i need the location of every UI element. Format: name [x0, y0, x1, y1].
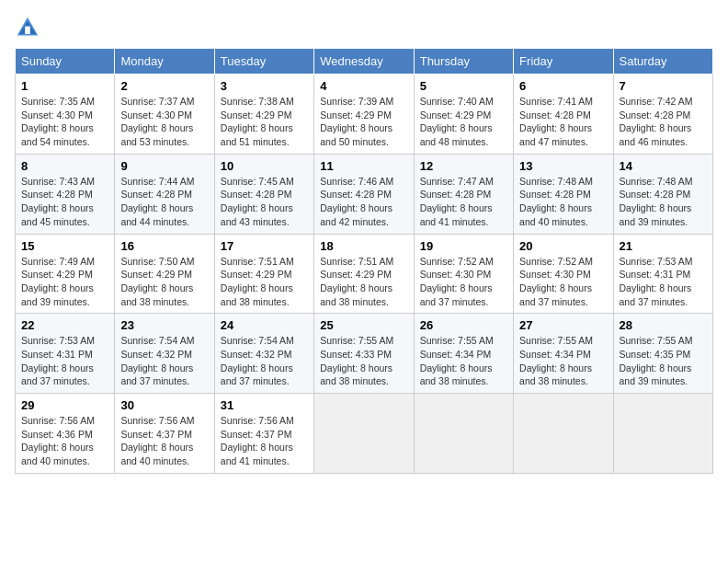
- day-info: Sunrise: 7:38 AMSunset: 4:29 PMDaylight:…: [221, 95, 308, 149]
- calendar-cell: 7Sunrise: 7:42 AMSunset: 4:28 PMDaylight…: [613, 75, 712, 155]
- calendar-cell: 22Sunrise: 7:53 AMSunset: 4:31 PMDayligh…: [16, 314, 115, 394]
- calendar-cell: 10Sunrise: 7:45 AMSunset: 4:28 PMDayligh…: [214, 154, 313, 234]
- calendar-cell: 28Sunrise: 7:55 AMSunset: 4:35 PMDayligh…: [613, 314, 712, 394]
- day-number: 5: [420, 79, 507, 93]
- day-number: 24: [221, 318, 308, 332]
- weekday-header: Monday: [115, 49, 214, 75]
- calendar-cell: 12Sunrise: 7:47 AMSunset: 4:28 PMDayligh…: [414, 154, 513, 234]
- day-number: 13: [519, 159, 607, 173]
- calendar-table: SundayMondayTuesdayWednesdayThursdayFrid…: [15, 48, 713, 474]
- calendar-cell: 6Sunrise: 7:41 AMSunset: 4:28 PMDaylight…: [514, 75, 613, 155]
- calendar-cell: 21Sunrise: 7:53 AMSunset: 4:31 PMDayligh…: [613, 234, 712, 314]
- day-info: Sunrise: 7:37 AMSunset: 4:30 PMDaylight:…: [120, 95, 208, 149]
- day-info: Sunrise: 7:52 AMSunset: 4:30 PMDaylight:…: [519, 255, 607, 309]
- day-number: 8: [21, 159, 108, 173]
- day-info: Sunrise: 7:53 AMSunset: 4:31 PMDaylight:…: [620, 255, 707, 309]
- day-info: Sunrise: 7:44 AMSunset: 4:28 PMDaylight:…: [120, 175, 208, 229]
- day-number: 10: [221, 159, 308, 173]
- day-info: Sunrise: 7:49 AMSunset: 4:29 PMDaylight:…: [21, 255, 108, 309]
- day-info: Sunrise: 7:48 AMSunset: 4:28 PMDaylight:…: [519, 175, 607, 229]
- calendar-cell: 31Sunrise: 7:56 AMSunset: 4:37 PMDayligh…: [214, 394, 313, 474]
- calendar-week-row: 22Sunrise: 7:53 AMSunset: 4:31 PMDayligh…: [16, 314, 713, 394]
- calendar-cell: 18Sunrise: 7:51 AMSunset: 4:29 PMDayligh…: [314, 234, 414, 314]
- day-number: 11: [320, 159, 407, 173]
- calendar-cell: 14Sunrise: 7:48 AMSunset: 4:28 PMDayligh…: [613, 154, 712, 234]
- day-info: Sunrise: 7:56 AMSunset: 4:37 PMDaylight:…: [120, 414, 208, 468]
- day-info: Sunrise: 7:51 AMSunset: 4:29 PMDaylight:…: [320, 255, 407, 309]
- day-number: 14: [620, 159, 707, 173]
- day-info: Sunrise: 7:42 AMSunset: 4:28 PMDaylight:…: [620, 95, 707, 149]
- day-number: 12: [420, 159, 507, 173]
- calendar-cell: 16Sunrise: 7:50 AMSunset: 4:29 PMDayligh…: [115, 234, 214, 314]
- calendar-cell: 5Sunrise: 7:40 AMSunset: 4:29 PMDaylight…: [414, 75, 513, 155]
- calendar-header-row: SundayMondayTuesdayWednesdayThursdayFrid…: [16, 49, 713, 75]
- weekday-header: Thursday: [414, 49, 513, 75]
- day-info: Sunrise: 7:45 AMSunset: 4:28 PMDaylight:…: [221, 175, 308, 229]
- day-number: 25: [320, 318, 407, 332]
- day-info: Sunrise: 7:55 AMSunset: 4:35 PMDaylight:…: [620, 334, 707, 388]
- logo-icon: [15, 15, 40, 40]
- calendar-week-row: 1Sunrise: 7:35 AMSunset: 4:30 PMDaylight…: [16, 75, 713, 155]
- day-info: Sunrise: 7:56 AMSunset: 4:36 PMDaylight:…: [21, 414, 108, 468]
- day-number: 28: [620, 318, 707, 332]
- day-info: Sunrise: 7:55 AMSunset: 4:33 PMDaylight:…: [320, 334, 407, 388]
- calendar-cell: 11Sunrise: 7:46 AMSunset: 4:28 PMDayligh…: [314, 154, 414, 234]
- calendar-cell: 8Sunrise: 7:43 AMSunset: 4:28 PMDaylight…: [16, 154, 115, 234]
- day-number: 2: [120, 79, 208, 93]
- calendar-cell: 20Sunrise: 7:52 AMSunset: 4:30 PMDayligh…: [514, 234, 613, 314]
- calendar-cell: 4Sunrise: 7:39 AMSunset: 4:29 PMDaylight…: [314, 75, 414, 155]
- logo: [15, 15, 44, 40]
- day-info: Sunrise: 7:55 AMSunset: 4:34 PMDaylight:…: [420, 334, 507, 388]
- day-number: 22: [21, 318, 108, 332]
- calendar-week-row: 29Sunrise: 7:56 AMSunset: 4:36 PMDayligh…: [16, 394, 713, 474]
- calendar-cell: 15Sunrise: 7:49 AMSunset: 4:29 PMDayligh…: [16, 234, 115, 314]
- svg-rect-2: [25, 27, 30, 34]
- day-number: 26: [420, 318, 507, 332]
- day-info: Sunrise: 7:50 AMSunset: 4:29 PMDaylight:…: [120, 255, 208, 309]
- calendar-cell: 26Sunrise: 7:55 AMSunset: 4:34 PMDayligh…: [414, 314, 513, 394]
- day-number: 16: [120, 239, 208, 253]
- calendar-cell: 3Sunrise: 7:38 AMSunset: 4:29 PMDaylight…: [214, 75, 313, 155]
- day-info: Sunrise: 7:43 AMSunset: 4:28 PMDaylight:…: [21, 175, 108, 229]
- day-number: 23: [120, 318, 208, 332]
- calendar-cell: [613, 394, 712, 474]
- weekday-header: Friday: [514, 49, 613, 75]
- day-info: Sunrise: 7:46 AMSunset: 4:28 PMDaylight:…: [320, 175, 407, 229]
- day-info: Sunrise: 7:56 AMSunset: 4:37 PMDaylight:…: [221, 414, 308, 468]
- day-info: Sunrise: 7:41 AMSunset: 4:28 PMDaylight:…: [519, 95, 607, 149]
- day-number: 3: [221, 79, 308, 93]
- day-number: 27: [519, 318, 607, 332]
- calendar-week-row: 15Sunrise: 7:49 AMSunset: 4:29 PMDayligh…: [16, 234, 713, 314]
- calendar-cell: 2Sunrise: 7:37 AMSunset: 4:30 PMDaylight…: [115, 75, 214, 155]
- day-number: 17: [221, 239, 308, 253]
- day-number: 29: [21, 398, 108, 412]
- calendar-cell: 29Sunrise: 7:56 AMSunset: 4:36 PMDayligh…: [16, 394, 115, 474]
- day-number: 4: [320, 79, 407, 93]
- day-info: Sunrise: 7:40 AMSunset: 4:29 PMDaylight:…: [420, 95, 507, 149]
- calendar-cell: 23Sunrise: 7:54 AMSunset: 4:32 PMDayligh…: [115, 314, 214, 394]
- day-number: 30: [120, 398, 208, 412]
- calendar-cell: [414, 394, 513, 474]
- calendar-cell: 25Sunrise: 7:55 AMSunset: 4:33 PMDayligh…: [314, 314, 414, 394]
- weekday-header: Wednesday: [314, 49, 414, 75]
- day-number: 9: [120, 159, 208, 173]
- day-number: 6: [519, 79, 607, 93]
- calendar-week-row: 8Sunrise: 7:43 AMSunset: 4:28 PMDaylight…: [16, 154, 713, 234]
- calendar-cell: [514, 394, 613, 474]
- day-number: 1: [21, 79, 108, 93]
- calendar-cell: 27Sunrise: 7:55 AMSunset: 4:34 PMDayligh…: [514, 314, 613, 394]
- calendar-cell: 9Sunrise: 7:44 AMSunset: 4:28 PMDaylight…: [115, 154, 214, 234]
- day-info: Sunrise: 7:54 AMSunset: 4:32 PMDaylight:…: [120, 334, 208, 388]
- weekday-header: Sunday: [16, 49, 115, 75]
- day-number: 18: [320, 239, 407, 253]
- day-info: Sunrise: 7:48 AMSunset: 4:28 PMDaylight:…: [620, 175, 707, 229]
- calendar-cell: 30Sunrise: 7:56 AMSunset: 4:37 PMDayligh…: [115, 394, 214, 474]
- calendar-cell: 1Sunrise: 7:35 AMSunset: 4:30 PMDaylight…: [16, 75, 115, 155]
- day-number: 7: [620, 79, 707, 93]
- day-info: Sunrise: 7:53 AMSunset: 4:31 PMDaylight:…: [21, 334, 108, 388]
- day-info: Sunrise: 7:51 AMSunset: 4:29 PMDaylight:…: [221, 255, 308, 309]
- calendar-cell: 17Sunrise: 7:51 AMSunset: 4:29 PMDayligh…: [214, 234, 313, 314]
- day-number: 15: [21, 239, 108, 253]
- calendar-cell: 13Sunrise: 7:48 AMSunset: 4:28 PMDayligh…: [514, 154, 613, 234]
- day-info: Sunrise: 7:54 AMSunset: 4:32 PMDaylight:…: [221, 334, 308, 388]
